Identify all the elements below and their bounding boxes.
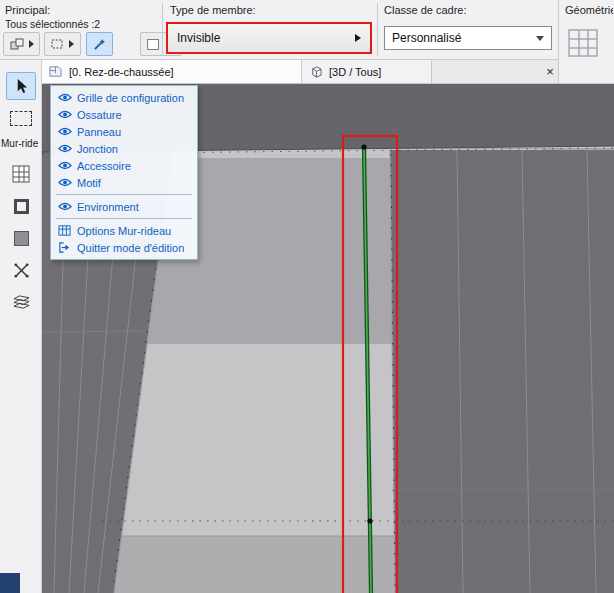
scheme-grid-tool-button[interactable]	[6, 160, 36, 188]
member-type-dropdown[interactable]: Invisible	[166, 22, 372, 54]
tab-floor-plan[interactable]: [0. Rez-de-chaussée]	[42, 60, 302, 83]
curtain-wall-display-menu: Grille de configuration Ossature Panneau…	[50, 85, 198, 260]
frame-class-combobox[interactable]: Personnalisé	[384, 26, 552, 50]
tab-label: [0. Rez-de-chaussée]	[69, 66, 174, 78]
marquee-icon	[10, 111, 32, 126]
archicad-curtain-wall-edit-window: Principal: Tous sélectionnés :2	[0, 0, 614, 593]
wand-icon	[92, 37, 107, 52]
menu-item-label: Quitter mode d'édition	[77, 242, 184, 254]
eye-icon	[57, 160, 72, 171]
frame-tool-icon	[14, 199, 29, 214]
selection-node	[361, 144, 366, 149]
grid-icon	[57, 224, 72, 237]
junction-tool-button[interactable]	[6, 256, 36, 284]
submenu-arrow-icon	[355, 34, 361, 42]
layers-tool-icon	[12, 294, 31, 311]
menu-item-label: Panneau	[77, 126, 121, 138]
marquee-tool-button[interactable]	[6, 104, 36, 132]
eye-icon	[57, 126, 72, 137]
member-type-section-label: Type de membre:	[170, 4, 256, 16]
menu-item-label: Ossature	[77, 109, 122, 121]
member-type-value: Invisible	[177, 31, 220, 45]
tab-3d-view[interactable]: [3D / Tous]	[302, 60, 432, 83]
geometry-method-icon[interactable]	[567, 26, 601, 60]
dock-corner	[0, 573, 20, 593]
magic-select-toggle[interactable]	[86, 32, 113, 56]
menu-item-motif[interactable]: Motif	[51, 174, 197, 191]
toolbar-divider	[377, 3, 378, 56]
member-scheme-button[interactable]	[3, 32, 40, 56]
grid-tool-icon	[12, 165, 30, 183]
menu-item-accessoire[interactable]: Accessoire	[51, 157, 197, 174]
tab-label: [3D / Tous]	[329, 66, 381, 78]
eye-icon	[57, 201, 72, 212]
menu-item-panneau[interactable]: Panneau	[51, 123, 197, 140]
principal-section-label: Principal:	[5, 4, 50, 16]
palette-title: Mur-ride	[1, 138, 42, 149]
submenu-arrow-icon	[29, 40, 34, 48]
menu-item-label: Environment	[77, 201, 139, 213]
panel-tool-icon	[14, 231, 29, 246]
menu-item-environment[interactable]: Environment	[51, 198, 197, 215]
frame-tool-button[interactable]	[6, 192, 36, 220]
tool-sidebar: Mur-ride	[0, 60, 42, 593]
menu-separator	[56, 194, 192, 195]
menu-item-jonction[interactable]: Jonction	[51, 140, 197, 157]
junction-tool-icon	[13, 262, 30, 279]
geometry-section: Géométrie d	[558, 0, 614, 84]
eye-icon	[57, 177, 72, 188]
dropdown-arrow-icon	[536, 36, 544, 41]
marquee-mode-button[interactable]	[44, 32, 81, 56]
selection-status: Tous sélectionnés :2	[5, 18, 100, 30]
menu-item-grille-configuration[interactable]: Grille de configuration	[51, 89, 197, 106]
geometry-section-label: Géométrie d	[565, 4, 613, 16]
menu-item-label: Options Mur-rideau	[77, 225, 171, 237]
floor-plan-icon	[48, 65, 63, 78]
menu-item-options-mur-rideau[interactable]: Options Mur-rideau	[51, 222, 197, 239]
panel-tool-button[interactable]	[6, 224, 36, 252]
top-toolbar: Principal: Tous sélectionnés :2	[0, 0, 614, 60]
frame-class-value: Personnalisé	[392, 31, 461, 45]
dashed-rect-icon	[51, 38, 65, 50]
menu-item-label: Grille de configuration	[77, 92, 184, 104]
exit-icon	[57, 241, 72, 254]
scheme-icon	[10, 38, 25, 51]
menu-item-label: Motif	[77, 177, 101, 189]
menu-item-quitter-mode-edition[interactable]: Quitter mode d'édition	[51, 239, 197, 256]
selection-node	[367, 518, 372, 523]
menu-item-label: Accessoire	[77, 160, 131, 172]
menu-separator	[56, 218, 192, 219]
menu-item-ossature[interactable]: Ossature	[51, 106, 197, 123]
right-wall	[390, 150, 614, 593]
eye-icon	[57, 109, 72, 120]
arrow-tool-button[interactable]	[6, 72, 36, 100]
plane-icon	[146, 37, 161, 52]
pointer-icon	[14, 78, 29, 95]
eye-icon	[57, 143, 72, 154]
view-tab-bar: [0. Rez-de-chaussée] [3D / Tous] ×	[42, 60, 558, 84]
menu-item-label: Jonction	[77, 143, 118, 155]
frame-class-section-label: Classe de cadre:	[384, 4, 467, 16]
toolbar-divider	[162, 3, 163, 56]
close-tab-button[interactable]: ×	[542, 63, 558, 80]
3d-cube-icon	[308, 65, 323, 78]
eye-icon	[57, 92, 72, 103]
submenu-arrow-icon	[69, 40, 74, 48]
accessory-tool-button[interactable]	[6, 288, 36, 316]
